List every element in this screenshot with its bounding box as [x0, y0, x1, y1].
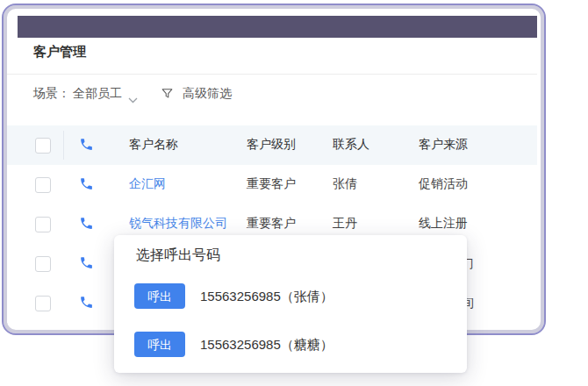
customer-level: 重要客户: [247, 216, 296, 232]
customer-contact: 王丹: [333, 216, 357, 232]
call-out-button[interactable]: 呼出: [134, 332, 185, 357]
phone-icon[interactable]: [79, 176, 94, 191]
column-header-name: 客户名称: [129, 137, 178, 153]
table-row: 企汇网 重要客户 张倩 促销活动: [7, 165, 537, 204]
row-checkbox[interactable]: [35, 256, 51, 272]
table-header: 客户名称 客户级别 联系人 客户来源: [7, 125, 537, 165]
select-outbound-number-dialog: 选择呼出号码 呼出 15563256985（张倩） 呼出 15563256985…: [114, 235, 467, 373]
call-number: 15563256985（张倩）: [200, 283, 333, 309]
call-number: 15563256985（糖糖）: [200, 332, 333, 357]
call-out-button[interactable]: 呼出: [134, 283, 185, 309]
title-divider: [7, 74, 537, 75]
scene-label: 场景：: [33, 86, 70, 102]
window-titlebar: [18, 16, 537, 38]
row-checkbox[interactable]: [35, 217, 51, 232]
scene-select-dropdown[interactable]: 全部员工: [73, 86, 122, 102]
phone-icon[interactable]: [79, 255, 94, 270]
customer-contact: 张倩: [333, 176, 357, 192]
customer-name-link[interactable]: 锐气科技有限公司: [129, 216, 227, 232]
column-header-level: 客户级别: [247, 137, 296, 153]
column-header-contact: 联系人: [333, 137, 369, 153]
customer-level: 重要客户: [247, 176, 296, 192]
customer-source: 线上注册: [419, 216, 468, 232]
filter-bar: 场景： 全部员工 高级筛选: [0, 84, 544, 104]
customer-source: 促销活动: [419, 176, 468, 192]
call-option: 呼出 15563256985（糖糖）: [114, 332, 467, 357]
call-option: 呼出 15563256985（张倩）: [114, 283, 467, 309]
phone-icon: [79, 137, 94, 152]
screenshot-stage: 客户管理 场景： 全部员工 高级筛选 客户名称 客户级别 联系人 客户来源: [0, 0, 588, 386]
select-all-checkbox[interactable]: [35, 138, 51, 154]
phone-icon[interactable]: [79, 295, 94, 310]
chevron-down-icon: [128, 92, 138, 106]
row-checkbox[interactable]: [35, 177, 51, 193]
column-separator: [63, 131, 64, 160]
customer-name-link[interactable]: 企汇网: [129, 176, 166, 192]
column-header-source: 客户来源: [419, 137, 468, 153]
phone-icon[interactable]: [79, 216, 94, 231]
page-title: 客户管理: [33, 44, 86, 61]
dialog-title: 选择呼出号码: [136, 247, 220, 265]
advanced-filter-label: 高级筛选: [183, 86, 232, 102]
filter-funnel-icon: [161, 87, 174, 103]
row-checkbox[interactable]: [35, 296, 51, 311]
